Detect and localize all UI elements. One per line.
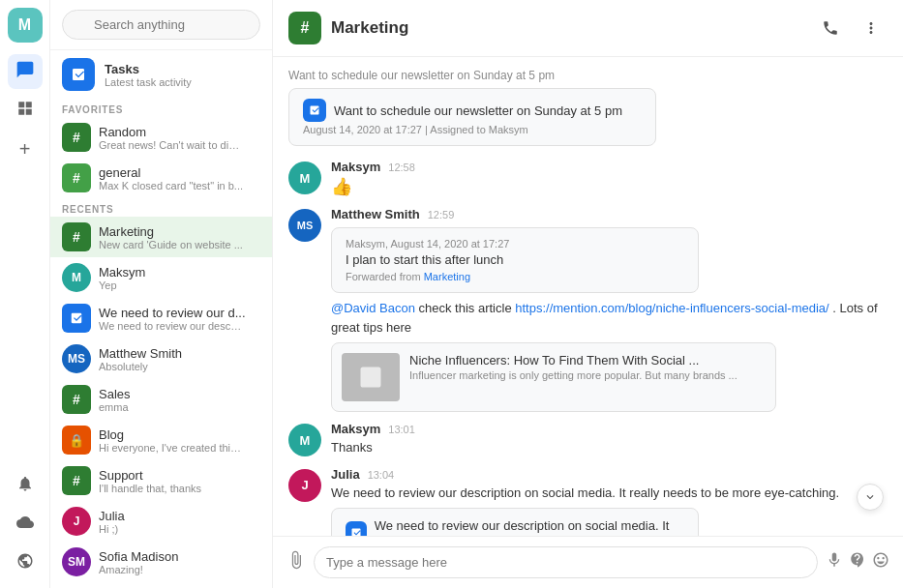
scroll-down-button[interactable] <box>857 484 884 511</box>
message-row: M Maksym 12:58 👍 <box>288 160 888 197</box>
message-author: Matthew Smith <box>331 207 420 221</box>
message-content: Julia 13:04 We need to review our descri… <box>331 467 888 537</box>
message-content: Maksym 13:01 Thanks <box>331 422 888 457</box>
channel-item-sofia[interactable]: SM Sofia Madison Amazing! <box>50 542 272 582</box>
channel-item-general[interactable]: # general Max K closed card "test" in b.… <box>50 158 272 198</box>
globe-icon <box>16 552 34 574</box>
general-icon: # <box>62 163 91 192</box>
message-text: @David Bacon check this article https://… <box>331 299 888 337</box>
marketing-icon: # <box>62 222 91 251</box>
tasks-icon <box>62 58 95 91</box>
nav-cloud[interactable] <box>8 507 43 542</box>
channel-text: Maksym Yep <box>99 265 145 291</box>
channel-name: Maksym <box>99 265 145 279</box>
message-time: 12:58 <box>388 162 415 173</box>
forwarded-card: Maksym, August 14, 2020 at 17:27 I plan … <box>331 227 699 293</box>
channel-text: general Max K closed card "test" in b... <box>99 165 243 191</box>
attach-button[interactable] <box>286 550 306 574</box>
forward-meta: Maksym, August 14, 2020 at 17:27 <box>346 238 684 250</box>
avatar: J <box>288 469 321 502</box>
search-input[interactable] <box>62 10 260 40</box>
channel-sidebar: Tasks Latest task activity FAVORITES # R… <box>50 0 273 588</box>
icon-sidebar: M + <box>0 0 50 588</box>
channel-item-random[interactable]: # Random Great news! Can't wait to dig .… <box>50 117 272 158</box>
favorites-header: FAVORITES <box>50 99 272 117</box>
link-title: Niche Influencers: How To Find Them With… <box>409 353 737 368</box>
channel-item-support[interactable]: # Support I'll handle that, thanks <box>50 460 272 501</box>
channel-sub: Max K closed card "test" in b... <box>99 180 243 191</box>
julia-avatar: J <box>62 507 91 536</box>
channel-item-william[interactable]: WJ William Jacob Today at 18:30 <box>50 582 272 588</box>
channel-item-blog[interactable]: 🔒 Blog Hi everyone, I've created this... <box>50 420 272 460</box>
channel-text: Marketing New card 'Guide on website ... <box>99 224 243 250</box>
channel-name: Sales <box>99 387 131 401</box>
tasks-title: Tasks <box>105 62 192 76</box>
avatar: M <box>288 162 321 194</box>
chat-channel-title: Marketing <box>331 18 408 38</box>
blog-icon: 🔒 <box>62 426 91 455</box>
channel-name: Sofia Madison <box>99 549 178 564</box>
top-card-preview-text: Want to schedule our newsletter on Sunda… <box>288 69 888 82</box>
message-header: Julia 13:04 <box>331 467 888 482</box>
mic-button[interactable] <box>826 551 843 573</box>
chat-header-left: # Marketing <box>288 12 408 44</box>
message-text: We need to review our description on soc… <box>331 484 888 503</box>
message-row: MS Matthew Smith 12:59 Maksym, August 14… <box>288 207 888 412</box>
message-input[interactable] <box>314 546 818 578</box>
link[interactable]: https://mention.com/blog/niche-influence… <box>515 301 828 315</box>
channel-sub: Hi everyone, I've created this... <box>99 442 244 454</box>
channel-sub: I'll handle that, thanks <box>99 483 201 494</box>
avatar: M <box>288 424 321 456</box>
avatar: MS <box>288 209 321 242</box>
messages-area: Want to schedule our newsletter on Sunda… <box>273 57 903 536</box>
chat-icon <box>15 60 35 84</box>
mention: @David Bacon <box>331 301 415 315</box>
message-author: Maksym <box>331 422 380 436</box>
channel-text: We need to review our d... We need to re… <box>99 306 246 332</box>
channel-name: Matthew Smith <box>99 346 182 361</box>
sticker-button[interactable] <box>849 551 866 573</box>
channel-sub: Hi ;) <box>99 523 125 535</box>
message-header: Maksym 12:58 <box>331 160 888 174</box>
channel-text: Matthew Smith Absolutely <box>99 346 182 372</box>
channel-item-review[interactable]: We need to review our d... We need to re… <box>50 298 272 338</box>
channel-text: Sales emma <box>99 387 131 413</box>
tasks-item[interactable]: Tasks Latest task activity <box>50 50 272 99</box>
channel-text: Blog Hi everyone, I've created this... <box>99 427 244 454</box>
channel-item-matthew[interactable]: MS Matthew Smith Absolutely <box>50 338 272 379</box>
channel-item-julia[interactable]: J Julia Hi ;) <box>50 501 272 542</box>
message-header: Matthew Smith 12:59 <box>331 207 888 221</box>
plus-icon: + <box>19 138 31 161</box>
link-preview: Niche Influencers: How To Find Them With… <box>331 342 776 412</box>
channel-item-maksym[interactable]: M Maksym Yep <box>50 257 272 298</box>
nav-add[interactable]: + <box>8 132 43 166</box>
phone-button[interactable] <box>814 12 847 44</box>
channel-item-sales[interactable]: # Sales emma <box>50 379 272 420</box>
channel-text: Julia Hi ;) <box>99 509 125 535</box>
card-meta: August 14, 2020 at 17:27 | Assigned to M… <box>303 124 642 135</box>
message-time: 13:04 <box>368 469 395 481</box>
link-desc: Influencer marketing is only getting mor… <box>409 369 737 381</box>
sofia-avatar: SM <box>62 547 91 576</box>
channel-text: Sofia Madison Amazing! <box>99 549 178 575</box>
nav-globe[interactable] <box>8 545 43 580</box>
sales-icon: # <box>62 385 91 414</box>
grid-icon <box>16 100 34 122</box>
message-text: Thanks <box>331 438 888 457</box>
message-time: 13:01 <box>388 424 415 435</box>
nav-chat[interactable] <box>8 54 43 89</box>
app-avatar: M <box>8 8 43 43</box>
emoji-button[interactable] <box>872 551 889 573</box>
message-author: Julia <box>331 467 360 482</box>
forward-label: Forwarded from Marketing <box>346 271 684 282</box>
channel-sub: Amazing! <box>99 564 178 575</box>
nav-grid[interactable] <box>8 93 43 128</box>
more-button[interactable] <box>855 12 888 44</box>
channel-sub: emma <box>99 401 131 413</box>
bell-icon <box>16 475 34 497</box>
channel-item-marketing[interactable]: # Marketing New card 'Guide on website .… <box>50 217 272 257</box>
channel-sub: We need to review our descri... <box>99 320 244 332</box>
nav-notifications[interactable] <box>8 468 43 503</box>
message-content: Matthew Smith 12:59 Maksym, August 14, 2… <box>331 207 888 412</box>
maksym-avatar: M <box>62 263 91 292</box>
